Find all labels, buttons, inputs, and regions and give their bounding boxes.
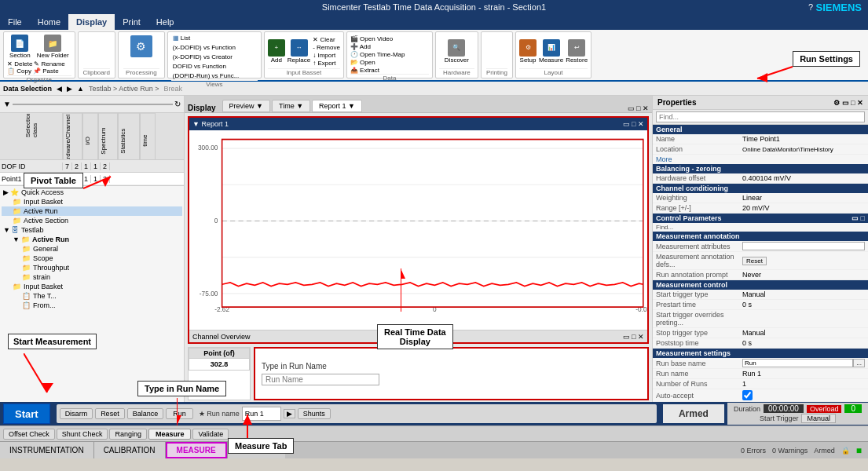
tab-report1[interactable]: Report 1 ▼ [312,100,362,112]
prop-more[interactable]: More [653,155,868,164]
tab-file[interactable]: File [0,14,30,30]
tree-general[interactable]: 📁 General [2,244,182,254]
help-icon[interactable]: ? [808,2,813,12]
btn-dofid-function[interactable]: DOFID vs Function [171,62,258,71]
control-icons[interactable]: ▭ □ [852,214,865,222]
nav-measure[interactable]: MEASURE [166,442,227,458]
btn-open[interactable]: 📂 Open [350,59,405,66]
point1-row[interactable]: Point1 7 2 1 1 2 [0,173,184,185]
tree-scope[interactable]: 📁 Scope [2,254,182,263]
btn-measure[interactable]: 📊 Measure [539,39,563,64]
btn-paste[interactable]: 📌 Paste [33,68,59,75]
btn-balance[interactable]: Balance [127,408,164,419]
btn-delete[interactable]: ✕ Delete [7,60,32,68]
nav-desktop[interactable]: DESKTO... [227,442,285,458]
nav-back[interactable]: ◀ [57,85,62,93]
tree-input-basket-2[interactable]: 📁 Input Basket [2,282,182,291]
nav-instrumentation[interactable]: INSTRUMENTATION [0,442,94,458]
filter-icon[interactable]: ▼ [3,100,11,108]
measure-tab[interactable]: Measure [148,429,192,440]
tree-strain[interactable]: 📁 strain [2,272,182,282]
btn-dofid-run[interactable]: (DOFID-Run) vs Func... [171,71,258,80]
btn-remove[interactable]: - Remove [313,44,340,51]
btn-replace[interactable]: ↔ Replace [288,39,310,64]
props-search-input[interactable] [656,111,865,122]
chart-controls[interactable]: ▭ □ ✕ [623,120,644,128]
svg-text:300.00: 300.00 [198,144,218,152]
btn-extract[interactable]: 📤 Extract [350,67,405,74]
props-controls[interactable]: ⚙ ▭ □ ✕ [833,99,863,107]
btn-break[interactable]: Break [164,85,183,93]
tree-quick-access[interactable]: ▶⭐ Quick Access [2,188,182,197]
btn-view-function[interactable]: (x-DOFID) vs Function [171,43,258,52]
btn-disarm[interactable]: Disarm [60,408,93,419]
btn-view-creator[interactable]: (x-DOFID) vs Creator [171,53,258,61]
group-title-input: Input Basset [268,68,340,76]
tree-testlab[interactable]: ▼🗄 Testlab [2,225,182,235]
tree-throughput[interactable]: 📁 Throughput [2,263,182,272]
tab-preview[interactable]: Preview ▼ [222,100,270,112]
svg-text:0: 0 [433,305,437,314]
nav-calibration[interactable]: CALIBRATION [94,442,166,458]
btn-clear[interactable]: ✕ Clear [313,36,340,43]
svg-rect-12 [222,140,643,308]
run-name-label: Type in Run Name [262,362,641,371]
prop-run-annotation: Run annotation prompt Never [653,270,868,280]
btn-processing[interactable]: ⚙ [123,34,159,68]
sub-toolbar: Data Selection ◀ ▶ ▲ Testlab > Active Ru… [0,82,868,96]
btn-run-options[interactable]: ... [853,359,865,367]
auto-accept-checkbox[interactable] [742,390,753,400]
point-value: 302.8 [189,359,250,371]
section-title-general: General [653,125,868,134]
btn-setup[interactable]: ⚙ Setup [519,39,537,64]
tab-controls[interactable]: ▭ □ ✕ [628,104,649,112]
run-name-status-input[interactable] [242,407,281,421]
tree-input-basket[interactable]: 📁 Input Basket [2,197,182,206]
run-base-name-input[interactable] [742,359,853,367]
tab-print[interactable]: Print [115,14,148,30]
tab-help[interactable]: Help [148,14,182,30]
tab-time[interactable]: Time ▼ [272,100,310,112]
tree-active-run-bold[interactable]: ▼📁 Active Run [2,235,182,244]
nav-forward[interactable]: ▶ [67,85,72,93]
btn-add-data[interactable]: ➕ Add [350,43,405,50]
validate-tab[interactable]: Validate [192,429,229,440]
btn-reset[interactable]: Reset [742,257,767,265]
tree-active-run-1[interactable]: 📁 Active Run [2,206,182,216]
btn-rename[interactable]: ✎ Rename [34,60,64,68]
btn-run[interactable]: Run [166,408,193,419]
start-button[interactable]: Start [3,403,50,424]
tree-the-t[interactable]: 📋 The T... [2,291,182,301]
panel-search[interactable] [13,104,173,105]
btn-open-video[interactable]: 🎬 Open Video [350,35,405,42]
nav-up[interactable]: ▲ [77,85,84,93]
status-armed: Armed [814,447,835,455]
btn-export[interactable]: ↑ Export [313,60,340,67]
chart-svg: 300.00 0 -75.00 -2.62 0 -0.01 [189,130,647,330]
btn-import[interactable]: ↓ Import [313,52,340,59]
tab-home[interactable]: Home [30,14,68,30]
btn-restore[interactable]: ↩ Restore [566,39,588,64]
ribbon-group-organize: 📄 Section 📁 New Folder ✕ Delete ✎ Rename… [3,31,75,78]
btn-discover[interactable]: 🔍 Discover [445,39,469,64]
tree-active-section[interactable]: 📁 Active Section [2,216,182,225]
prop-hw-offset-value: 0.400104 mV/V [742,174,865,182]
btn-shunts[interactable]: Shunts [298,408,331,419]
btn-section[interactable]: 📄 Section [7,34,33,60]
btn-new-folder[interactable]: 📁 New Folder [35,34,71,60]
armed-text: Armed [679,408,709,419]
btn-list[interactable]: ▦ List [171,34,258,42]
offset-check-tab[interactable]: Offset Check [3,429,55,440]
tab-display[interactable]: Display [68,14,115,30]
shunt-check-tab[interactable]: Shunt Check [57,429,108,440]
meas-attr-input[interactable] [742,242,865,250]
channel-controls[interactable]: ▭ □ ✕ [623,333,644,341]
btn-open-time[interactable]: 🕐 Open Time-Map [350,51,405,58]
tree-from[interactable]: 📋 From... [2,301,182,310]
btn-add[interactable]: + Add [268,39,285,64]
btn-reset[interactable]: Reset [95,408,125,419]
refresh-icon[interactable]: ↻ [174,100,181,108]
btn-copy[interactable]: 📋 Copy [7,68,31,75]
ranging-tab[interactable]: Ranging [109,429,147,440]
run-name-input[interactable] [262,374,379,385]
